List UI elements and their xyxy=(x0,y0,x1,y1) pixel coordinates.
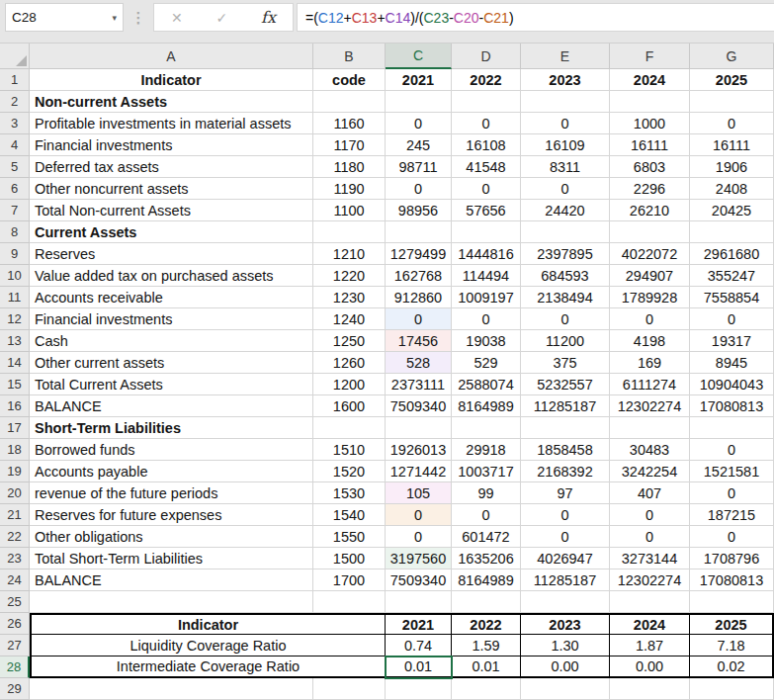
cell-F21[interactable]: 0 xyxy=(610,504,690,526)
cell-B9[interactable]: 1210 xyxy=(313,243,386,265)
row-header-28[interactable]: 28 xyxy=(0,656,30,678)
cell-B11[interactable]: 1230 xyxy=(313,287,386,308)
cell-F11[interactable]: 1789928 xyxy=(610,287,690,308)
cell-E9[interactable]: 2397895 xyxy=(521,243,610,265)
cell-F19[interactable]: 3242254 xyxy=(610,461,690,482)
cell-B8[interactable] xyxy=(313,221,386,243)
row-header-20[interactable]: 20 xyxy=(0,482,30,504)
row-header-29[interactable]: 29 xyxy=(0,678,30,700)
cell-E20[interactable]: 97 xyxy=(521,482,610,504)
cell-F14[interactable]: 169 xyxy=(610,352,690,374)
cell-B29[interactable] xyxy=(313,678,386,700)
cell-A26[interactable]: Indicator xyxy=(30,613,386,635)
cell-A24[interactable]: BALANCE xyxy=(30,569,313,591)
column-header-G[interactable]: G xyxy=(690,44,774,69)
cell-F12[interactable]: 0 xyxy=(610,308,690,330)
cell-D29[interactable] xyxy=(452,678,521,700)
cell-C3[interactable]: 0 xyxy=(386,113,452,134)
cell-A2[interactable]: Non-current Assets xyxy=(30,91,313,113)
cell-B2[interactable] xyxy=(313,91,386,113)
cell-B17[interactable] xyxy=(313,417,386,439)
cell-F22[interactable]: 0 xyxy=(610,526,690,548)
cell-C15[interactable]: 2373111 xyxy=(386,374,452,395)
cell-A6[interactable]: Other noncurrent assets xyxy=(30,178,313,200)
cell-G23[interactable]: 1708796 xyxy=(690,548,774,569)
cell-G8[interactable] xyxy=(690,221,774,243)
cell-A23[interactable]: Total Short-Term Liabilities xyxy=(30,548,313,569)
cell-G13[interactable]: 19317 xyxy=(690,330,774,352)
cell-C7[interactable]: 98956 xyxy=(386,200,452,221)
row-header-5[interactable]: 5 xyxy=(0,156,30,178)
name-box-dropdown-icon[interactable]: ▾ xyxy=(112,13,117,23)
cell-G20[interactable]: 0 xyxy=(690,482,774,504)
cell-D3[interactable]: 0 xyxy=(452,113,521,134)
cell-D2[interactable] xyxy=(452,91,521,113)
cell-E23[interactable]: 4026947 xyxy=(521,548,610,569)
column-header-B[interactable]: B xyxy=(313,44,386,69)
cell-A18[interactable]: Borrowed funds xyxy=(30,439,313,461)
cell-D8[interactable] xyxy=(452,221,521,243)
cell-C23[interactable]: 3197560 xyxy=(386,548,452,569)
cell-F5[interactable]: 6803 xyxy=(610,156,690,178)
row-header-13[interactable]: 13 xyxy=(0,330,30,352)
cell-E17[interactable] xyxy=(521,417,610,439)
row-header-25[interactable]: 25 xyxy=(0,591,30,613)
cell-F15[interactable]: 6111274 xyxy=(610,374,690,395)
cancel-icon[interactable]: ✕ xyxy=(171,10,183,26)
insert-function-icon[interactable]: fx xyxy=(261,8,276,27)
cell-C14[interactable]: 528 xyxy=(386,352,452,374)
cell-D4[interactable]: 16108 xyxy=(452,134,521,156)
cell-F17[interactable] xyxy=(610,417,690,439)
cell-F13[interactable]: 4198 xyxy=(610,330,690,352)
cell-A27[interactable]: Liquidity Coverage Ratio xyxy=(30,635,386,656)
row-header-18[interactable]: 18 xyxy=(0,439,30,461)
cell-B16[interactable]: 1600 xyxy=(313,395,386,417)
cell-E4[interactable]: 16109 xyxy=(521,134,610,156)
cell-E5[interactable]: 8311 xyxy=(521,156,610,178)
cell-G9[interactable]: 2961680 xyxy=(690,243,774,265)
enter-icon[interactable]: ✓ xyxy=(216,10,228,26)
cell-G6[interactable]: 2408 xyxy=(690,178,774,200)
cell-F28[interactable]: 0.00 xyxy=(610,656,690,678)
cell-F23[interactable]: 3273144 xyxy=(610,548,690,569)
select-all-corner[interactable] xyxy=(0,44,30,69)
cell-G11[interactable]: 7558854 xyxy=(690,287,774,308)
cell-B25[interactable] xyxy=(313,591,386,613)
cell-A29[interactable] xyxy=(30,678,313,700)
row-header-7[interactable]: 7 xyxy=(0,200,30,221)
cell-D20[interactable]: 99 xyxy=(452,482,521,504)
cell-B22[interactable]: 1550 xyxy=(313,526,386,548)
cell-G28[interactable]: 0.02 xyxy=(690,656,774,678)
cell-A3[interactable]: Profitable investments in material asset… xyxy=(30,113,313,134)
cell-E19[interactable]: 2168392 xyxy=(521,461,610,482)
column-header-A[interactable]: A xyxy=(30,44,313,69)
cell-B6[interactable]: 1190 xyxy=(313,178,386,200)
cell-A7[interactable]: Total Non-current Assets xyxy=(30,200,313,221)
cell-E1[interactable]: 2023 xyxy=(521,69,610,91)
cell-G15[interactable]: 10904043 xyxy=(690,374,774,395)
cell-G24[interactable]: 17080813 xyxy=(690,569,774,591)
cell-F27[interactable]: 1.87 xyxy=(610,635,690,656)
cell-E13[interactable]: 11200 xyxy=(521,330,610,352)
cell-E25[interactable] xyxy=(521,591,610,613)
row-header-10[interactable]: 10 xyxy=(0,265,30,287)
cell-D27[interactable]: 1.59 xyxy=(452,635,521,656)
cell-B12[interactable]: 1240 xyxy=(313,308,386,330)
cell-G3[interactable]: 0 xyxy=(690,113,774,134)
cell-D9[interactable]: 1444816 xyxy=(452,243,521,265)
cell-E29[interactable] xyxy=(521,678,610,700)
cell-A20[interactable]: revenue of the future periods xyxy=(30,482,313,504)
cell-E15[interactable]: 5232557 xyxy=(521,374,610,395)
cell-C16[interactable]: 7509340 xyxy=(386,395,452,417)
cell-C5[interactable]: 98711 xyxy=(386,156,452,178)
cell-F4[interactable]: 16111 xyxy=(610,134,690,156)
column-header-F[interactable]: F xyxy=(610,44,690,69)
cell-G25[interactable] xyxy=(690,591,774,613)
cell-C19[interactable]: 1271442 xyxy=(386,461,452,482)
cell-E6[interactable]: 0 xyxy=(521,178,610,200)
cell-C8[interactable] xyxy=(386,221,452,243)
column-header-D[interactable]: D xyxy=(452,44,521,69)
cell-D15[interactable]: 2588074 xyxy=(452,374,521,395)
row-header-12[interactable]: 12 xyxy=(0,308,30,330)
cell-D19[interactable]: 1003717 xyxy=(452,461,521,482)
